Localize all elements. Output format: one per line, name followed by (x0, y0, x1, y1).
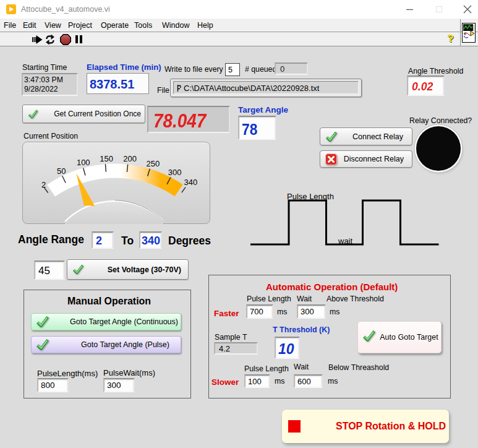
svg-text:340: 340 (184, 178, 198, 187)
svg-text:2: 2 (41, 180, 46, 189)
svg-text:50: 50 (57, 166, 66, 176)
svg-text:250: 250 (147, 159, 160, 168)
svg-text:300: 300 (168, 168, 182, 177)
svg-text:100: 100 (77, 158, 90, 167)
svg-text:150: 150 (100, 154, 113, 163)
svg-text:200: 200 (123, 154, 137, 163)
